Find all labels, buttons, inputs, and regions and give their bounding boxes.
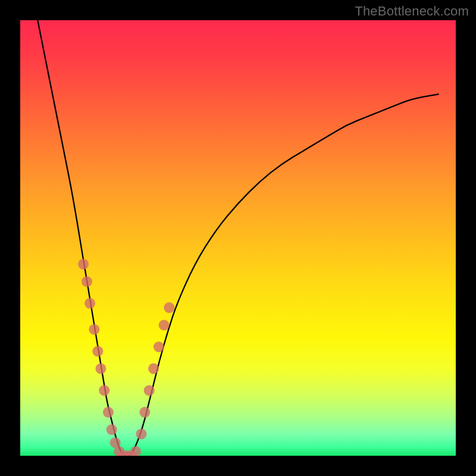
marker-dot	[95, 364, 106, 374]
marker-dot	[82, 276, 92, 287]
marker-dot	[89, 324, 99, 335]
marker-dot	[84, 298, 95, 309]
chart-overlay	[20, 20, 456, 456]
marker-dot	[154, 342, 164, 352]
watermark-label: TheBottleneck.com	[355, 4, 469, 19]
marker-dot	[130, 446, 141, 456]
bottleneck-curve	[37, 20, 438, 456]
marker-dot	[99, 385, 109, 396]
plot-area	[20, 20, 456, 456]
marker-dot	[144, 385, 155, 396]
marker-dot	[136, 428, 147, 439]
marker-dot	[159, 320, 170, 330]
marker-dot	[103, 407, 114, 418]
marker-dot	[78, 259, 89, 270]
marker-dot	[92, 346, 103, 356]
marker-dot	[107, 424, 117, 435]
marker-dot	[148, 364, 159, 374]
marker-dot	[164, 302, 174, 313]
marker-dot	[139, 407, 150, 418]
chart-frame: TheBottleneck.com	[0, 0, 476, 476]
